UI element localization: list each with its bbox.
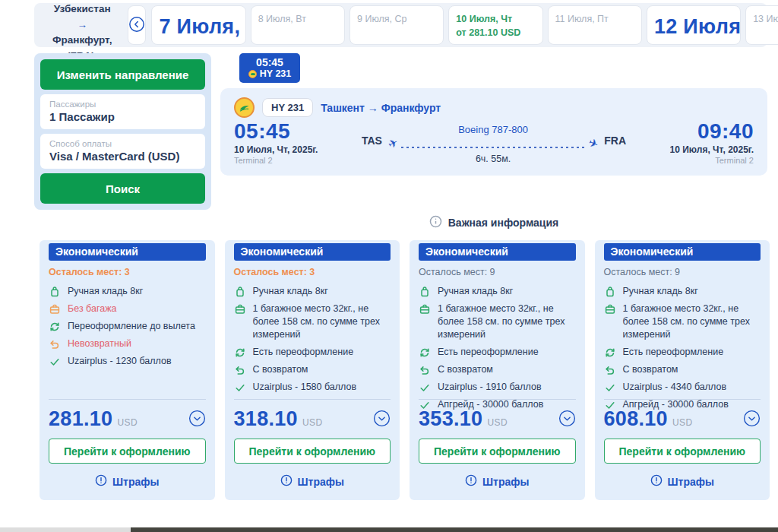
fare-feature-row: С возвратом bbox=[419, 363, 576, 376]
departure-terminal: Terminal 2 bbox=[234, 156, 348, 165]
feature-text: 1 багажное место 32кг., не более 158 см.… bbox=[438, 302, 576, 341]
date-tab[interactable]: 9 Июля, Ср bbox=[349, 5, 444, 45]
divider bbox=[604, 399, 761, 400]
exchange-icon bbox=[234, 347, 246, 359]
chevron-left-icon bbox=[128, 16, 145, 35]
carry-on-icon bbox=[49, 286, 61, 298]
expand-fare-button[interactable] bbox=[373, 410, 391, 429]
fare-features: Ручная кладь 8кг 1 багажное место 32кг.,… bbox=[234, 285, 391, 399]
penalties-label: Штрафы bbox=[298, 476, 344, 488]
checkout-button[interactable]: Перейти к оформлению bbox=[49, 439, 206, 464]
checkout-button[interactable]: Перейти к оформлению bbox=[234, 439, 391, 464]
fare-feature-row: Uzairplus - 1230 баллов bbox=[49, 355, 206, 368]
penalties-link[interactable]: Штрафы bbox=[419, 473, 576, 489]
expand-fare-button[interactable] bbox=[743, 410, 761, 429]
chevron-down-icon bbox=[743, 418, 761, 429]
date-label: 10 Июля, Чт bbox=[456, 12, 535, 26]
fare-class-header: Экономический bbox=[49, 243, 206, 261]
important-info-toggle[interactable]: Важная информация bbox=[220, 215, 767, 230]
tab-time: 05:45 bbox=[239, 56, 300, 68]
date-tab[interactable]: 12 Июля, Сб от 316.10 USD bbox=[647, 5, 741, 45]
fare-class-header: Экономический bbox=[419, 243, 576, 261]
alert-icon bbox=[650, 474, 663, 489]
arrival-code: FRA bbox=[604, 124, 626, 147]
checkout-button[interactable]: Перейти к оформлению bbox=[419, 439, 576, 464]
exchange-icon bbox=[419, 347, 431, 359]
flight-time-tab[interactable]: 05:45 HY 231 bbox=[239, 53, 300, 83]
baggage-icon bbox=[49, 303, 61, 315]
date-label: 11 Июля, Пт bbox=[555, 12, 634, 26]
fare-price: 353.10 bbox=[419, 407, 482, 431]
fare-feature-row: Ручная кладь 8кг bbox=[49, 285, 206, 298]
penalties-label: Штрафы bbox=[668, 476, 714, 488]
feature-text: Есть переоформление bbox=[623, 346, 724, 359]
date-price: от 316.10 USD bbox=[654, 42, 733, 45]
fare-currency: USD bbox=[487, 417, 508, 428]
baggage-icon bbox=[234, 303, 246, 315]
search-panel: Изменить направление Пассажиры 1 Пассажи… bbox=[34, 53, 211, 210]
seats-left-label: Осталось мест: 9 bbox=[419, 267, 576, 277]
change-direction-button[interactable]: Изменить направление bbox=[40, 59, 205, 90]
check-icon bbox=[604, 382, 616, 394]
arrival-time: 09:40 bbox=[640, 119, 754, 144]
fare-card: Экономический Осталось мест: 3 Ручная кл… bbox=[40, 240, 215, 500]
date-tab[interactable]: 7 Июля, Пн от 267.10 USD bbox=[151, 5, 245, 45]
fare-feature-row: Uzairplus - 1910 баллов bbox=[419, 381, 576, 394]
checkout-button[interactable]: Перейти к оформлению bbox=[604, 439, 761, 464]
date-tab[interactable]: 8 Июля, Вт bbox=[251, 5, 345, 45]
feature-text: Uzairplus - 1230 баллов bbox=[68, 355, 172, 368]
divider bbox=[234, 399, 391, 400]
fare-feature-row: Ручная кладь 8кг bbox=[234, 285, 391, 298]
fare-card: Экономический Осталось мест: 9 Ручная кл… bbox=[410, 240, 585, 500]
penalties-link[interactable]: Штрафы bbox=[604, 473, 761, 489]
fare-feature-row: Есть переоформление bbox=[419, 346, 576, 359]
feature-text: Ручная кладь 8кг bbox=[623, 285, 698, 298]
date-label: 7 Июля, Пн bbox=[159, 12, 238, 42]
date-tab[interactable]: 10 Июля, Чт от 281.10 USD bbox=[448, 5, 542, 45]
date-tab[interactable]: 11 Июля, Пт bbox=[548, 5, 642, 45]
passengers-field[interactable]: Пассажиры 1 Пассажир bbox=[40, 94, 205, 129]
passengers-value: 1 Пассажир bbox=[49, 110, 196, 123]
fare-feature-row: 1 багажное место 32кг., не более 158 см.… bbox=[234, 302, 391, 341]
departure-date: 10 Июля, Чт, 2025г. bbox=[234, 144, 348, 155]
tab-flight-number: HY 231 bbox=[260, 68, 291, 79]
fare-price: 318.10 bbox=[234, 407, 298, 431]
fare-currency: USD bbox=[302, 417, 323, 428]
passengers-label: Пассажиры bbox=[49, 100, 196, 109]
date-strip: 7 Июля, Пн от 267.10 USD 8 Июля, Вт 9 Ию… bbox=[151, 5, 778, 45]
feature-text: Есть переоформление bbox=[253, 346, 354, 359]
expand-fare-button[interactable] bbox=[188, 410, 206, 429]
fare-feature-row: Невозвратный bbox=[49, 337, 206, 350]
payment-method-field[interactable]: Способ оплаты Visa / MasterCard (USD) bbox=[40, 134, 205, 169]
penalties-link[interactable]: Штрафы bbox=[234, 473, 391, 489]
fare-card: Экономический Осталось мест: 9 Ручная кл… bbox=[595, 240, 770, 500]
landing-plane-icon: ✈ bbox=[587, 136, 600, 150]
flight-duration: 6ч. 55м. bbox=[388, 154, 598, 164]
page-bottom-bar bbox=[0, 527, 778, 532]
feature-text: С возвратом bbox=[253, 363, 308, 376]
date-price: от 267.10 USD bbox=[159, 42, 238, 45]
feature-text: Uzairplus - 1910 баллов bbox=[438, 381, 542, 394]
penalties-label: Штрафы bbox=[482, 476, 529, 488]
fare-features: Ручная кладь 8кг 1 багажное место 32кг.,… bbox=[419, 285, 576, 399]
search-button[interactable]: Поиск bbox=[40, 173, 205, 204]
expand-fare-button[interactable] bbox=[558, 410, 576, 429]
payment-label: Способ оплаты bbox=[49, 139, 196, 148]
divider bbox=[419, 399, 576, 400]
fare-feature-row: Uzairplus - 4340 баллов bbox=[604, 381, 761, 394]
arrival-terminal: Terminal 2 bbox=[640, 156, 754, 165]
departure-code: TAS bbox=[362, 124, 382, 147]
feature-text: Ручная кладь 8кг bbox=[68, 285, 143, 298]
penalties-link[interactable]: Штрафы bbox=[49, 473, 206, 489]
dates-prev-button[interactable] bbox=[128, 5, 146, 45]
date-tab[interactable]: 13 Июля, Вс bbox=[745, 5, 778, 45]
flight-card: HY 231 Ташкент → Франкфурт 05:45 10 Июля… bbox=[220, 88, 767, 176]
feature-text: Невозвратный bbox=[68, 337, 131, 350]
seats-left-label: Осталось мест: 9 bbox=[604, 267, 761, 277]
flight-path-dots bbox=[400, 146, 587, 149]
exchange-icon bbox=[49, 321, 61, 333]
flight-leg: TAS Boeing 787-800 ✈ ✈ 6ч. 55м. FRA bbox=[348, 119, 640, 165]
chevron-down-icon bbox=[188, 418, 206, 429]
refund-icon bbox=[419, 364, 431, 376]
feature-text: Uzairplus - 1580 баллов bbox=[253, 381, 357, 394]
